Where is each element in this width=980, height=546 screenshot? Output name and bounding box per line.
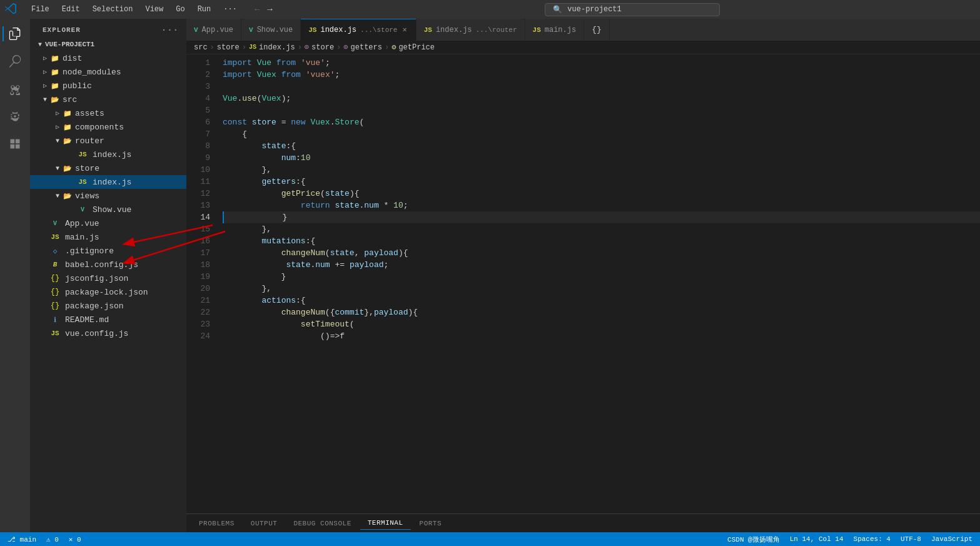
line-numbers: 1 2 3 4 5 6 7 8 9 10 11 12 13 14 15 16 1… bbox=[186, 57, 218, 513]
ln-8: 8 bbox=[186, 140, 210, 152]
tab-label-router-index: index.js bbox=[436, 26, 472, 34]
status-encoding[interactable]: UTF-8 bbox=[898, 535, 924, 543]
tree-root[interactable]: ▼ VUE-PROJECT1 bbox=[30, 38, 186, 51]
panel-tabs: PROBLEMS OUTPUT DEBUG CONSOLE TERMINAL P… bbox=[186, 514, 980, 532]
code-editor[interactable]: 1 2 3 4 5 6 7 8 9 10 11 12 13 14 15 16 1… bbox=[186, 54, 980, 513]
tree-item-readme[interactable]: ℹ README.md bbox=[30, 313, 186, 326]
nav-forward[interactable]: → bbox=[265, 3, 275, 16]
tree-item-src[interactable]: ▼ 📂 src bbox=[30, 93, 186, 106]
tree-item-components[interactable]: ▷ 📁 components bbox=[30, 120, 186, 134]
tab-show-vue[interactable]: V Show.vue bbox=[241, 19, 301, 41]
tree-label-app-vue: App.vue bbox=[65, 219, 99, 228]
breadcrumb-store-icon: ⊙ bbox=[305, 43, 309, 52]
title-search-area: 🔍 vue-project1 bbox=[290, 3, 975, 16]
tree-item-vue-config[interactable]: JS vue.config.js bbox=[30, 326, 186, 340]
tree-item-package-json[interactable]: {} package.json bbox=[30, 299, 186, 313]
tree-arrow-components: ▷ bbox=[53, 123, 63, 131]
tree-item-router-index[interactable]: JS index.js bbox=[30, 148, 186, 161]
tree-arrow-views: ▼ bbox=[53, 193, 63, 200]
folder-icon-src: 📂 bbox=[50, 94, 60, 104]
panel-tab-problems[interactable]: PROBLEMS bbox=[191, 517, 242, 530]
code-line-10: }, bbox=[223, 164, 980, 176]
panel-tab-debug[interactable]: DEBUG CONSOLE bbox=[286, 517, 358, 530]
tab-router-index[interactable]: JS index.js ...\router bbox=[417, 19, 525, 41]
tree-item-show-vue[interactable]: V Show.vue bbox=[30, 203, 186, 216]
menu-go[interactable]: Go bbox=[171, 4, 189, 15]
tree-item-router[interactable]: ▼ 📂 router bbox=[30, 134, 186, 148]
code-content: import Vue from 'vue'; import Vuex from … bbox=[218, 57, 980, 513]
panel-tab-terminal[interactable]: TERMINAL bbox=[360, 517, 411, 530]
tree-arrow-store: ▼ bbox=[53, 165, 63, 172]
tree-item-main-js[interactable]: JS main.js bbox=[30, 230, 186, 244]
menu-run[interactable]: Run bbox=[193, 4, 216, 15]
status-watermark: CSDN @微扬嘴角 bbox=[725, 535, 782, 544]
ln-13: 13 bbox=[186, 200, 210, 211]
tab-icon-app-vue: V bbox=[194, 26, 198, 34]
tab-subtitle-router: ...\router bbox=[476, 26, 517, 34]
tree-item-node-modules[interactable]: ▷ 📁 node_modules bbox=[30, 65, 186, 79]
code-line-4: Vue.use(Vuex); bbox=[223, 93, 980, 104]
status-spaces[interactable]: Spaces: 4 bbox=[851, 535, 893, 543]
tree-item-store[interactable]: ▼ 📂 store bbox=[30, 161, 186, 175]
tab-curly[interactable]: {} bbox=[584, 19, 610, 41]
tree-item-store-index[interactable]: JS index.js bbox=[30, 175, 186, 189]
status-language[interactable]: JavaScript bbox=[929, 535, 975, 543]
status-branch[interactable]: ⎇ main bbox=[5, 535, 39, 543]
menu-edit[interactable]: Edit bbox=[57, 4, 85, 15]
code-line-20: }, bbox=[223, 283, 980, 295]
folder-icon-components: 📁 bbox=[63, 122, 73, 132]
menu-file[interactable]: File bbox=[26, 4, 54, 15]
tab-store-index[interactable]: JS index.js ...\store ✕ bbox=[301, 19, 416, 41]
menu-selection[interactable]: Selection bbox=[88, 4, 138, 15]
title-search-box[interactable]: 🔍 vue-project1 bbox=[545, 3, 720, 16]
activity-debug[interactable] bbox=[3, 104, 28, 129]
search-value: vue-project1 bbox=[567, 5, 621, 14]
tree-arrow-src: ▼ bbox=[40, 96, 50, 103]
panel-tab-output[interactable]: OUTPUT bbox=[243, 517, 285, 530]
code-line-21: actions:{ bbox=[223, 295, 980, 306]
tab-subtitle-store: ...\store bbox=[360, 26, 397, 34]
tab-main-js[interactable]: JS main.js bbox=[525, 19, 585, 41]
tab-label-store-index: index.js bbox=[320, 26, 356, 34]
tree-item-dist[interactable]: ▷ 📁 dist bbox=[30, 51, 186, 65]
activity-explorer[interactable] bbox=[3, 21, 28, 46]
folder-icon-assets: 📁 bbox=[63, 108, 73, 118]
tab-icon-show-vue: V bbox=[249, 26, 253, 34]
menu-view[interactable]: View bbox=[140, 4, 168, 15]
git-icon-gitignore: ◇ bbox=[50, 246, 60, 256]
tree-item-package-lock[interactable]: {} package-lock.json bbox=[30, 285, 186, 299]
menu-more[interactable]: ··· bbox=[218, 4, 242, 15]
code-line-8: state:{ bbox=[223, 140, 980, 152]
tree-label-components: components bbox=[75, 123, 124, 132]
tree-arrow-root: ▼ bbox=[35, 41, 45, 48]
status-warnings[interactable]: ⚠ 0 bbox=[44, 535, 61, 543]
tree-label-main-js: main.js bbox=[65, 233, 99, 242]
ln-17: 17 bbox=[186, 247, 210, 259]
js-icon-store-index: JS bbox=[78, 177, 88, 187]
activity-source-control[interactable] bbox=[3, 76, 28, 101]
code-line-15: }, bbox=[223, 223, 980, 235]
activity-search[interactable] bbox=[3, 49, 28, 74]
tree-item-assets[interactable]: ▷ 📁 assets bbox=[30, 106, 186, 120]
tab-bar: V App.vue V Show.vue JS index.js ...\sto… bbox=[186, 19, 980, 41]
status-errors[interactable]: ✕ 0 bbox=[66, 535, 84, 543]
ln-11: 11 bbox=[186, 176, 210, 188]
sidebar-more-button[interactable]: ··· bbox=[161, 25, 179, 35]
tree-item-babel[interactable]: B babel.config.js bbox=[30, 258, 186, 271]
tree-item-app-vue[interactable]: V App.vue bbox=[30, 216, 186, 230]
breadcrumb-getprice: getPrice bbox=[398, 43, 435, 52]
tree-item-public[interactable]: ▷ 📁 public bbox=[30, 79, 186, 93]
tree-item-jsconfig[interactable]: {} jsconfig.json bbox=[30, 271, 186, 285]
breadcrumb-src: src bbox=[194, 43, 208, 52]
tab-curly-icon: {} bbox=[592, 25, 602, 34]
tree-item-views[interactable]: ▼ 📂 views bbox=[30, 189, 186, 203]
tab-label-app-vue: App.vue bbox=[202, 26, 233, 34]
status-cursor[interactable]: Ln 14, Col 14 bbox=[787, 535, 846, 543]
tree-item-gitignore[interactable]: ◇ .gitignore bbox=[30, 244, 186, 258]
tab-close-store-index[interactable]: ✕ bbox=[401, 24, 408, 35]
nav-back[interactable]: ← bbox=[252, 3, 262, 16]
tree-label-gitignore: .gitignore bbox=[65, 246, 114, 256]
tab-app-vue[interactable]: V App.vue bbox=[186, 19, 241, 41]
activity-extensions[interactable] bbox=[3, 131, 28, 156]
panel-tab-ports[interactable]: PORTS bbox=[412, 517, 450, 530]
